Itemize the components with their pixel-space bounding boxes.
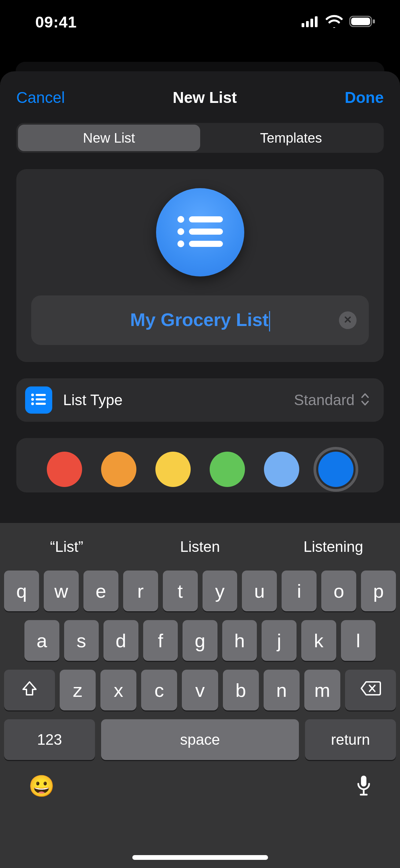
chevron-up-down-icon [360,392,370,408]
svg-rect-8 [189,216,223,222]
key-row-3: zxcvbnm [4,670,396,710]
svg-point-9 [177,228,184,235]
list-bullet-icon [175,211,226,253]
key-w[interactable]: w [44,571,79,611]
key-k[interactable]: k [301,620,336,661]
key-v[interactable]: v [182,670,218,710]
numbers-key[interactable]: 123 [4,719,95,760]
suggestion-bar: “List” Listen Listening [0,523,400,571]
status-icons [302,15,376,29]
cellular-icon [302,16,319,29]
svg-rect-2 [310,19,313,27]
svg-rect-12 [189,241,223,247]
svg-rect-3 [315,16,318,27]
svg-rect-19 [361,776,366,786]
background-sheet-peek [16,62,384,72]
list-header-card: My Grocery List [16,169,384,362]
key-e[interactable]: e [83,571,118,611]
emoji-button[interactable]: 😀 [28,774,55,798]
svg-point-17 [31,402,34,405]
key-a[interactable]: a [24,620,59,661]
color-picker-card [16,438,384,492]
key-row-1: qwertyuiop [4,571,396,611]
key-c[interactable]: c [141,670,177,710]
clear-text-button[interactable] [339,311,357,329]
list-name-input-container[interactable]: My Grocery List [31,295,369,345]
color-swatch[interactable] [210,452,245,487]
return-key[interactable]: return [305,719,396,760]
color-swatch[interactable] [155,452,191,487]
wifi-icon [325,15,343,29]
nav-bar: Cancel New List Done [0,84,400,111]
key-row-4: 123 space return [4,719,396,760]
shift-key[interactable] [4,670,55,710]
key-x[interactable]: x [100,670,136,710]
svg-rect-0 [302,23,304,27]
key-o[interactable]: o [321,571,356,611]
svg-rect-16 [36,398,46,400]
list-type-label: List Type [63,392,294,409]
list-name-value: My Grocery List [130,309,268,330]
done-button[interactable]: Done [345,88,384,107]
svg-point-15 [31,398,34,401]
page-title: New List [173,88,237,107]
svg-point-13 [31,394,34,396]
key-z[interactable]: z [60,670,96,710]
list-icon-preview[interactable] [156,188,244,276]
list-bullet-icon [31,393,47,408]
list-type-row[interactable]: List Type Standard [16,378,384,422]
key-p[interactable]: p [361,571,396,611]
key-b[interactable]: b [223,670,259,710]
battery-icon [349,15,376,29]
key-y[interactable]: y [203,571,237,611]
key-d[interactable]: d [103,620,138,661]
key-m[interactable]: m [304,670,340,710]
keyboard: “List” Listen Listening qwertyuiop asdfg… [0,523,400,868]
key-u[interactable]: u [242,571,277,611]
dictation-button[interactable] [356,774,372,797]
key-row-2: asdfghjkl [4,620,396,661]
color-swatch[interactable] [101,452,136,487]
suggestion-3[interactable]: Listening [267,538,400,555]
key-s[interactable]: s [64,620,99,661]
key-j[interactable]: j [262,620,297,661]
key-l[interactable]: l [341,620,376,661]
keyboard-bottom-bar: 😀 [0,760,400,824]
key-t[interactable]: t [163,571,198,611]
key-h[interactable]: h [222,620,257,661]
list-mode-segmented[interactable]: New List Templates [16,123,384,153]
status-time: 09:41 [35,13,77,31]
key-i[interactable]: i [282,571,317,611]
key-r[interactable]: r [123,571,158,611]
list-type-value: Standard [294,392,355,409]
svg-rect-1 [306,21,309,27]
segment-new-list[interactable]: New List [18,125,200,151]
text-cursor [269,311,270,331]
cancel-button[interactable]: Cancel [16,88,65,107]
suggestion-2[interactable]: Listen [133,538,267,555]
home-indicator[interactable] [132,855,268,860]
svg-rect-6 [373,19,375,23]
key-g[interactable]: g [183,620,217,661]
shift-icon [21,680,38,700]
segment-templates[interactable]: Templates [200,125,382,151]
color-swatch[interactable] [264,452,299,487]
status-bar: 09:41 [0,0,400,44]
svg-rect-10 [189,229,223,235]
suggestion-1[interactable]: “List” [0,538,133,555]
key-rows: qwertyuiop asdfghjkl zxcvbnm 123 space r… [0,571,400,760]
key-f[interactable]: f [143,620,178,661]
space-key[interactable]: space [101,719,299,760]
svg-rect-18 [36,403,46,405]
color-swatch[interactable] [318,452,354,487]
close-icon [344,315,352,325]
list-name-input[interactable]: My Grocery List [31,309,369,331]
color-swatch[interactable] [47,452,82,487]
key-q[interactable]: q [4,571,39,611]
key-n[interactable]: n [264,670,300,710]
list-type-icon [25,386,52,414]
svg-point-11 [177,240,184,247]
svg-point-7 [177,216,184,223]
svg-rect-14 [36,394,46,396]
backspace-key[interactable] [345,670,396,710]
